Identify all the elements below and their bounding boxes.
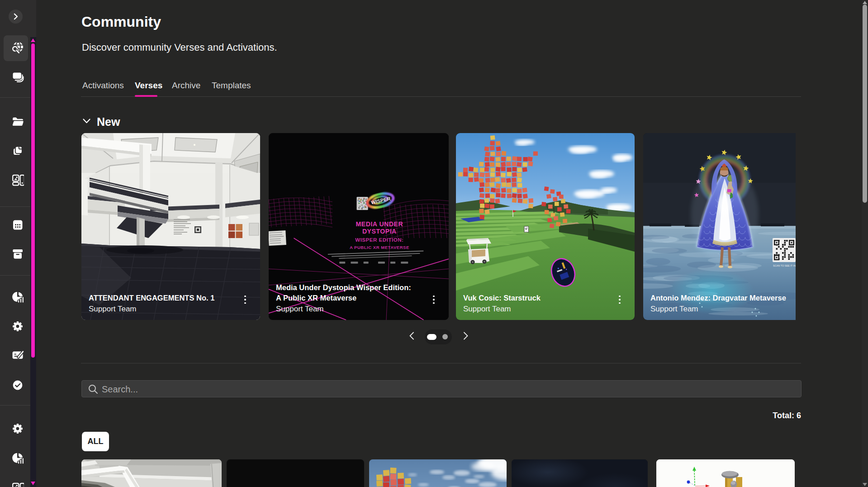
- svg-text:A PUBLIC XR METAVERSE: A PUBLIC XR METAVERSE: [350, 245, 409, 250]
- svg-text:DYSTOPIA: DYSTOPIA: [362, 228, 397, 235]
- svg-text:WISPER EDITION:: WISPER EDITION:: [355, 237, 403, 243]
- svg-text:SCAN TO SEE IT IN A: SCAN TO SEE IT IN A: [773, 264, 796, 267]
- svg-text:MEDIA UNDER: MEDIA UNDER: [356, 220, 403, 228]
